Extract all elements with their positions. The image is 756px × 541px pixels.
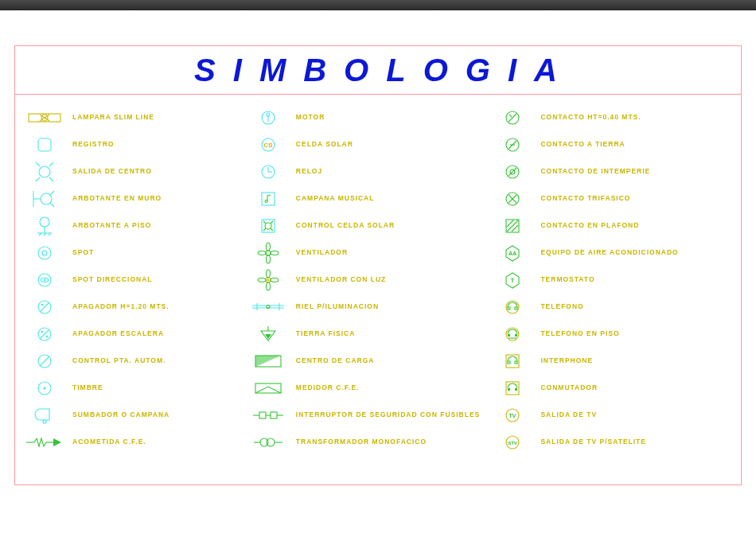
svg-rect-115 bbox=[515, 334, 517, 337]
legend-label: SALIDA DE TV P/SATELITE bbox=[536, 438, 646, 446]
legend-item: TIMBRE bbox=[21, 375, 245, 402]
svg-line-14 bbox=[50, 203, 54, 207]
legend-label: RIEL P/ILUMINACION bbox=[291, 303, 379, 311]
legend-frame: SIMBOLOGIA LAMPARA SLIM LINE bbox=[14, 45, 742, 485]
legend-item: MOTOR bbox=[245, 104, 490, 131]
legend-label: SPOT DIRECCIONAL bbox=[68, 276, 153, 284]
legend-item: CONTROL PTA. AUTOM. bbox=[21, 348, 245, 375]
spot-direccional-icon bbox=[21, 268, 68, 292]
contacto-trif-icon bbox=[489, 187, 536, 211]
svg-point-67 bbox=[258, 278, 266, 282]
legend-label: CONTROL CELDA SOLAR bbox=[291, 222, 395, 230]
celda-solar-icon: CS bbox=[245, 133, 291, 157]
legend-body: LAMPARA SLIM LINE REGISTRO SALIDA DE CEN… bbox=[15, 95, 741, 485]
contacto-intemp-icon bbox=[489, 160, 536, 184]
svg-point-68 bbox=[271, 278, 279, 282]
legend-label: CONTROL PTA. AUTOM. bbox=[68, 357, 166, 365]
legend-item: APAGADOR ESCALERA bbox=[21, 321, 245, 348]
svg-line-52 bbox=[267, 195, 271, 196]
legend-item: INTERRUPTOR DE SEGURIDAD CON FUSIBLES bbox=[245, 402, 490, 429]
svg-point-66 bbox=[266, 282, 270, 290]
legend-label: VENTILADOR CON LUZ bbox=[291, 276, 386, 284]
svg-line-55 bbox=[263, 221, 266, 224]
legend-label: TIMBRE bbox=[68, 384, 103, 392]
legend-label: SPOT bbox=[68, 249, 94, 257]
svg-point-54 bbox=[265, 223, 271, 229]
svg-text:STV: STV bbox=[509, 441, 518, 446]
svg-line-6 bbox=[36, 162, 40, 166]
svg-point-12 bbox=[41, 193, 52, 204]
legend-title-box: SIMBOLOGIA bbox=[15, 46, 741, 95]
legend-label: CONTACTO EN PLAFOND bbox=[536, 222, 639, 230]
svg-line-103 bbox=[507, 220, 518, 232]
legend-item: TRANSFORMADOR MONOFACICO bbox=[245, 429, 490, 456]
svg-point-22 bbox=[42, 251, 47, 255]
svg-point-65 bbox=[266, 270, 270, 278]
telefono-piso-icon bbox=[489, 322, 536, 346]
ventilador-luz-icon bbox=[245, 268, 291, 292]
svg-rect-82 bbox=[259, 412, 266, 418]
sumbador-icon bbox=[21, 403, 68, 427]
legend-item: CONMUTADOR bbox=[489, 375, 735, 402]
conmutador-icon bbox=[489, 376, 536, 400]
svg-line-8 bbox=[36, 177, 40, 181]
svg-rect-49 bbox=[262, 193, 275, 205]
control-celda-icon bbox=[245, 214, 291, 238]
centro-carga-icon bbox=[245, 349, 291, 373]
svg-rect-118 bbox=[508, 361, 510, 364]
svg-rect-4 bbox=[38, 138, 51, 151]
title-bar-gradient bbox=[0, 0, 756, 10]
legend-item: TELEFONO bbox=[489, 294, 735, 321]
legend-item: CS CELDA SOLAR bbox=[245, 131, 490, 158]
legend-item: CONTACTO DE INTEMPERIE bbox=[489, 158, 735, 185]
contacto-plafond-icon bbox=[489, 214, 536, 238]
legend-item: TIERRA FISICA bbox=[245, 321, 490, 348]
svg-point-62 bbox=[258, 251, 266, 255]
legend-label: CONTACTO HT=0.40 mts. bbox=[536, 114, 641, 122]
legend-label: CAMPANA MUSICAL bbox=[291, 195, 375, 203]
legend-item: ACOMETIDA C.F.E. bbox=[21, 429, 245, 456]
legend-item: RIEL P/ILUMINACION bbox=[245, 294, 490, 321]
svg-point-5 bbox=[39, 166, 50, 177]
legend-label: CENTRO DE CARGA bbox=[291, 357, 375, 365]
termostato-icon: T bbox=[489, 268, 536, 292]
legend-label: LAMPARA SLIM LINE bbox=[68, 114, 154, 122]
legend-item: VENTILADOR CON LUZ bbox=[245, 267, 490, 294]
legend-label: INTERPHONE bbox=[536, 357, 593, 365]
legend-label: TELEFONO EN PISO bbox=[536, 330, 619, 338]
svg-rect-111 bbox=[508, 307, 510, 309]
control-pta-icon bbox=[21, 349, 68, 373]
legend-label: CONTACTO TRIFASICO bbox=[536, 195, 630, 203]
drawing-canvas[interactable]: SIMBOLOGIA LAMPARA SLIM LINE bbox=[0, 10, 756, 541]
svg-point-42 bbox=[267, 113, 270, 116]
transformador-icon bbox=[245, 430, 291, 454]
svg-point-61 bbox=[266, 255, 270, 263]
legend-label: SALIDA DE TV bbox=[536, 411, 597, 419]
legend-item: SALIDA DE CENTRO bbox=[21, 158, 245, 185]
legend-item: RELOJ bbox=[245, 158, 490, 185]
legend-label: TIERRA FISICA bbox=[291, 330, 356, 338]
svg-point-51 bbox=[265, 200, 267, 203]
riel-ilum-icon bbox=[245, 295, 291, 319]
svg-point-63 bbox=[271, 251, 279, 255]
legend-item: SPOT DIRECCIONAL bbox=[21, 267, 245, 294]
legend-label: EQUIPO DE AIRE ACONDICIONADO bbox=[536, 249, 678, 257]
telefono-icon bbox=[489, 295, 536, 319]
svg-point-59 bbox=[266, 251, 271, 255]
svg-point-25 bbox=[44, 279, 45, 281]
svg-point-21 bbox=[38, 247, 51, 259]
svg-text:T: T bbox=[511, 277, 515, 284]
legend-column-b: MOTOR CS CELDA SOLAR RELOJ bbox=[245, 104, 490, 479]
legend-item: LAMPARA SLIM LINE bbox=[21, 104, 245, 131]
interruptor-seg-icon bbox=[245, 403, 291, 427]
svg-line-34 bbox=[40, 356, 49, 366]
svg-line-13 bbox=[50, 191, 54, 195]
apagador-escalera-icon bbox=[21, 322, 68, 346]
svg-line-7 bbox=[49, 162, 53, 166]
legend-label: SALIDA DE CENTRO bbox=[68, 168, 152, 176]
legend-item: APAGADOR h=1.20 mts. bbox=[21, 294, 245, 321]
app-window: SIMBOLOGIA LAMPARA SLIM LINE bbox=[0, 0, 756, 541]
legend-label: APAGADOR h=1.20 mts. bbox=[68, 303, 170, 311]
salida-tv-sat-icon: STV bbox=[489, 430, 536, 454]
legend-label: CONTACTO A TIERRA bbox=[536, 141, 625, 149]
